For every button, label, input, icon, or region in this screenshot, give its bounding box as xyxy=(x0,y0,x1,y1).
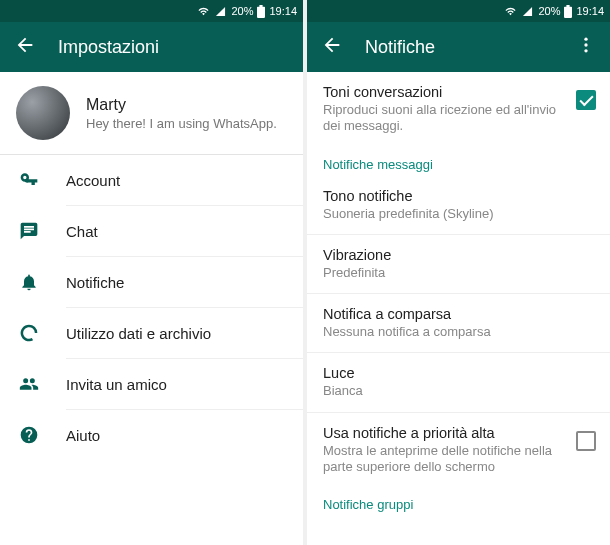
row-title: Luce xyxy=(323,365,596,381)
battery-percent: 20% xyxy=(231,5,253,17)
row-subtitle: Nessuna notifica a comparsa xyxy=(323,324,596,340)
settings-item-label: Chat xyxy=(66,223,98,240)
svg-point-0 xyxy=(584,38,587,41)
light-row[interactable]: Luce Bianca xyxy=(307,353,610,411)
app-bar-title: Impostazioni xyxy=(58,37,159,58)
section-header-messages: Notifiche messaggi xyxy=(307,147,610,176)
popup-notification-row[interactable]: Notifica a comparsa Nessuna notifica a c… xyxy=(307,294,610,352)
conversation-tones-checkbox[interactable] xyxy=(576,90,596,110)
battery-icon xyxy=(564,5,572,18)
high-priority-row[interactable]: Usa notifiche a priorità alta Mostra le … xyxy=(307,413,610,488)
conversation-tones-row[interactable]: Toni conversazioni Riproduci suoni alla … xyxy=(307,72,610,147)
settings-item-label: Invita un amico xyxy=(66,376,167,393)
more-vert-icon xyxy=(576,35,596,55)
row-title: Vibrazione xyxy=(323,247,596,263)
svg-point-2 xyxy=(584,49,587,52)
notifications-content: Toni conversazioni Riproduci suoni alla … xyxy=(307,72,610,545)
clock-time: 19:14 xyxy=(576,5,604,17)
row-subtitle: Suoneria predefinita (Skyline) xyxy=(323,206,596,222)
invite-friend-icon xyxy=(18,374,40,394)
row-subtitle: Bianca xyxy=(323,383,596,399)
row-subtitle: Predefinita xyxy=(323,265,596,281)
settings-screen: 20% 19:14 Impostazioni Marty Hey there! … xyxy=(0,0,303,545)
row-title: Usa notifiche a priorità alta xyxy=(323,425,566,441)
status-bar: 20% 19:14 xyxy=(307,0,610,22)
settings-item-help[interactable]: Aiuto xyxy=(0,410,303,460)
vibration-row[interactable]: Vibrazione Predefinita xyxy=(307,235,610,293)
battery-percent: 20% xyxy=(538,5,560,17)
app-bar: Notifiche xyxy=(307,22,610,72)
settings-item-notifications[interactable]: Notifiche xyxy=(0,257,303,307)
avatar xyxy=(16,86,70,140)
signal-icon xyxy=(521,6,534,17)
notification-tone-row[interactable]: Tono notifiche Suoneria predefinita (Sky… xyxy=(307,176,610,234)
profile-name: Marty xyxy=(86,96,277,114)
chat-icon xyxy=(18,221,40,241)
help-icon xyxy=(18,425,40,445)
battery-icon xyxy=(257,5,265,18)
arrow-back-icon xyxy=(14,34,36,56)
wifi-icon xyxy=(197,6,210,17)
settings-item-invite[interactable]: Invita un amico xyxy=(0,359,303,409)
arrow-back-icon xyxy=(321,34,343,56)
row-title: Tono notifiche xyxy=(323,188,596,204)
status-bar: 20% 19:14 xyxy=(0,0,303,22)
settings-item-label: Notifiche xyxy=(66,274,124,291)
app-bar-title: Notifiche xyxy=(365,37,435,58)
bell-icon xyxy=(18,272,40,292)
section-header-groups: Notifiche gruppi xyxy=(307,487,610,516)
key-icon xyxy=(18,170,40,190)
row-title: Toni conversazioni xyxy=(323,84,566,100)
high-priority-checkbox[interactable] xyxy=(576,431,596,451)
svg-point-1 xyxy=(584,43,587,46)
row-title: Notifica a comparsa xyxy=(323,306,596,322)
settings-item-label: Utilizzo dati e archivio xyxy=(66,325,211,342)
profile-text: Marty Hey there! I am using WhatsApp. xyxy=(86,96,277,131)
clock-time: 19:14 xyxy=(269,5,297,17)
data-usage-icon xyxy=(18,323,40,343)
overflow-menu-button[interactable] xyxy=(576,35,596,59)
settings-item-label: Account xyxy=(66,172,120,189)
row-subtitle: Mostra le anteprime delle notifiche nell… xyxy=(323,443,566,476)
back-button[interactable] xyxy=(14,34,36,60)
settings-item-label: Aiuto xyxy=(66,427,100,444)
profile-row[interactable]: Marty Hey there! I am using WhatsApp. xyxy=(0,72,303,154)
signal-icon xyxy=(214,6,227,17)
settings-content: Marty Hey there! I am using WhatsApp. Ac… xyxy=(0,72,303,545)
settings-item-chat[interactable]: Chat xyxy=(0,206,303,256)
profile-status: Hey there! I am using WhatsApp. xyxy=(86,116,277,131)
notifications-screen: 20% 19:14 Notifiche Toni conversazioni R… xyxy=(307,0,610,545)
app-bar: Impostazioni xyxy=(0,22,303,72)
settings-item-data-usage[interactable]: Utilizzo dati e archivio xyxy=(0,308,303,358)
settings-item-account[interactable]: Account xyxy=(0,155,303,205)
wifi-icon xyxy=(504,6,517,17)
row-subtitle: Riproduci suoni alla ricezione ed all'in… xyxy=(323,102,566,135)
back-button[interactable] xyxy=(321,34,343,60)
